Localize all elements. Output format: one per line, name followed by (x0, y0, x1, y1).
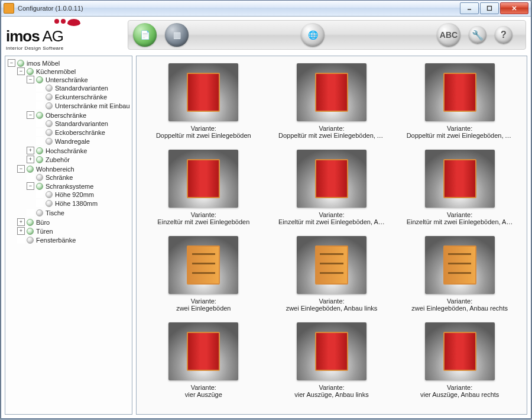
close-button[interactable] (500, 2, 528, 14)
gallery-item[interactable]: Variante:Doppeltür mit zwei Einlegeböden… (272, 63, 392, 139)
tree-item[interactable]: −imos Möbel (8, 59, 131, 67)
gallery-item[interactable]: Variante:Einzeltür mit zwei Einlegeböden… (272, 150, 392, 225)
collapse-icon[interactable]: − (27, 76, 34, 83)
gallery-caption: Variante:vier Auszüge (185, 384, 222, 398)
gallery-item[interactable]: Variante:zwei Einlegeböden, Anbau rechts (400, 236, 520, 312)
collapse-icon[interactable]: − (27, 182, 34, 190)
tree-item-label: Eckoberschränke (55, 129, 105, 136)
tree-item[interactable]: Höhe 920mm (36, 190, 131, 198)
tree-item[interactable]: Eckoberschränke (36, 128, 131, 136)
gallery-item[interactable]: Variante:Einzeltür mit zwei Einlegeböden (144, 150, 264, 225)
toolbar-options-button[interactable]: 🔧 (469, 26, 486, 44)
gallery-caption: Variante:Einzeltür mit zwei Einlegeböden… (407, 211, 513, 225)
tree-item[interactable]: Tische (27, 209, 131, 217)
tree-item-label: Unterschränke mit Einbau (55, 102, 130, 109)
tree-item[interactable]: Eckunterschränke (36, 93, 131, 101)
gallery-thumbnail (168, 150, 238, 208)
tree-bullet-icon (36, 209, 43, 217)
tree-spacer (27, 209, 34, 217)
tree-item[interactable]: +Zubehör (27, 156, 131, 163)
window-title: Configurator (1.0.0.11) (18, 5, 459, 12)
tree-item-label: Unterschränke (46, 76, 88, 83)
tree-spacer (36, 102, 44, 109)
tree-item-label: Oberschränke (46, 112, 86, 119)
tree-item[interactable]: −Schranksysteme (27, 182, 131, 190)
expand-icon[interactable]: + (17, 218, 25, 226)
tree-item[interactable]: Höhe 1380mm (36, 199, 131, 207)
tree-bullet-icon (27, 237, 34, 244)
collapse-icon[interactable]: − (8, 59, 15, 67)
tree-bullet-icon (36, 112, 43, 119)
tree-bullet-icon (17, 60, 24, 67)
tree-bullet-icon (27, 219, 34, 226)
svg-rect-1 (488, 7, 492, 11)
gallery-item[interactable]: Variante:zwei Einlegeböden, Anbau links (272, 236, 392, 312)
tree-spacer (36, 84, 44, 92)
tree-bullet-icon (46, 102, 53, 109)
tree-item-label: Standardvarianten (55, 85, 108, 92)
toolbar-config-button[interactable]: 📄 (133, 23, 157, 47)
gallery-caption: Variante:vier Auszüge, Anbau rechts (420, 384, 499, 398)
tree-bullet-icon (46, 200, 53, 207)
gallery-item[interactable]: Variante:vier Auszüge, Anbau links (272, 322, 392, 398)
tree-item[interactable]: −Unterschränke (27, 76, 131, 83)
tree-item-label: Eckunterschränke (55, 93, 107, 101)
gallery-item[interactable]: Variante:Doppeltür mit zwei Einlegeböden (144, 63, 264, 139)
titlebar[interactable]: Configurator (1.0.0.11) (1, 1, 531, 17)
logo: imos AG Interior Design Software (6, 19, 124, 51)
expand-icon[interactable]: + (27, 147, 34, 154)
gallery-item[interactable]: Variante:Doppeltür mit zwei Einlegeböden… (400, 63, 520, 139)
tree-spacer (36, 199, 44, 207)
tree-item-label: Hochschränke (46, 147, 87, 154)
tree-spacer (36, 119, 44, 127)
gallery-item[interactable]: Variante:vier Auszüge (144, 322, 264, 398)
expand-icon[interactable]: + (27, 156, 34, 163)
tree-bullet-icon (27, 166, 34, 173)
gallery-item[interactable]: Variante:vier Auszüge, Anbau rechts (400, 322, 520, 398)
tree-item-label: Küchenmöbel (36, 68, 76, 75)
collapse-icon[interactable]: − (17, 67, 25, 75)
app-window: Configurator (1.0.0.11) imos AG Interior… (1, 0, 531, 419)
maximize-button[interactable] (480, 2, 499, 14)
tree-item[interactable]: Fensterbänke (17, 236, 131, 244)
gallery-item[interactable]: Variante:zwei Einlegeböden (144, 236, 264, 312)
tree-item-label: Türen (36, 228, 53, 235)
tree-item[interactable]: Schränke (27, 173, 131, 181)
expand-icon[interactable]: + (17, 227, 25, 235)
toolbar-help-button[interactable]: ? (495, 26, 512, 44)
gallery-thumbnail (297, 236, 366, 294)
gallery-thumbnail (297, 322, 366, 380)
tree-item[interactable]: −Wohnbereich (17, 165, 131, 173)
tree-item[interactable]: Standardvarianten (36, 119, 131, 127)
tree-item[interactable]: Wandregale (36, 137, 131, 145)
tree-item-label: Tische (46, 209, 64, 217)
tree-bullet-icon (27, 68, 34, 75)
tree-item-label: Höhe 1380mm (55, 200, 98, 207)
gallery-item[interactable]: Variante:Einzeltür mit zwei Einlegeböden… (400, 150, 520, 225)
tree-item[interactable]: +Türen (17, 227, 131, 235)
tree-spacer (27, 173, 34, 181)
tree-item[interactable]: −Küchenmöbel (17, 67, 131, 75)
tree-bullet-icon (27, 228, 34, 235)
gallery-thumbnail (425, 236, 495, 294)
tree-item-label: Schränke (46, 174, 73, 181)
gallery-thumbnail (168, 236, 238, 294)
tree-item[interactable]: Unterschränke mit Einbau (36, 102, 131, 109)
header-row: imos AG Interior Design Software 📄▥🌐ABC🔧… (1, 17, 531, 52)
gallery-caption: Variante:zwei Einlegeböden (176, 298, 231, 312)
tree-panel[interactable]: −imos Möbel−Küchenmöbel−UnterschränkeSta… (5, 56, 132, 415)
toolbar-web-button[interactable]: 🌐 (301, 23, 325, 47)
toolbar: 📄▥🌐ABC🔧? (128, 20, 526, 50)
gallery-thumbnail (168, 63, 238, 121)
tree-item[interactable]: −Oberschränke (27, 111, 131, 119)
toolbar-server-button[interactable]: ▥ (165, 23, 189, 47)
collapse-icon[interactable]: − (27, 111, 34, 119)
tree-item[interactable]: +Büro (17, 218, 131, 226)
collapse-icon[interactable]: − (17, 165, 25, 173)
gallery-panel[interactable]: Variante:Doppeltür mit zwei Einlegeböden… (136, 56, 527, 415)
tree-item-label: Fensterbänke (36, 237, 76, 244)
tree-item[interactable]: +Hochschränke (27, 147, 131, 154)
minimize-button[interactable] (460, 2, 479, 14)
toolbar-lang-button[interactable]: ABC (437, 23, 460, 47)
tree-item[interactable]: Standardvarianten (36, 84, 131, 92)
